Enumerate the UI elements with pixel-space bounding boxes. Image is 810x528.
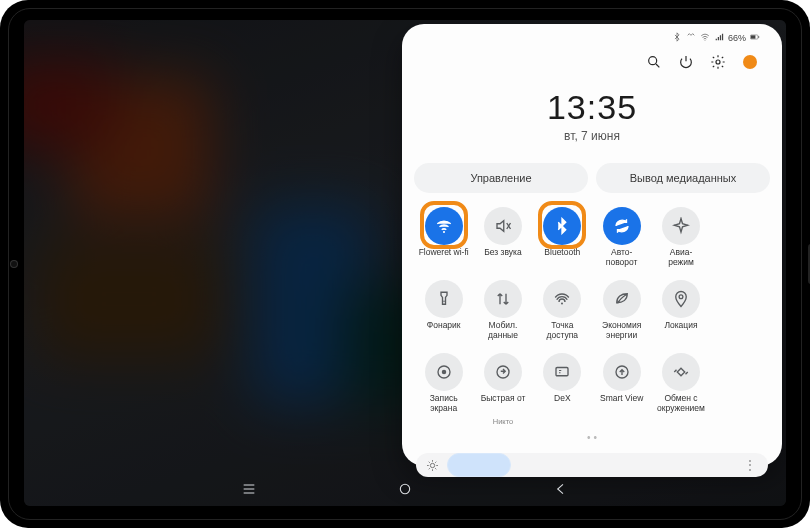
quickshare-icon[interactable] (484, 353, 522, 391)
qs-tile-label: Smart View (600, 394, 643, 414)
clock-time: 13:35 (414, 88, 770, 127)
nearby-icon[interactable] (662, 353, 700, 391)
status-bar: 66% (414, 30, 770, 44)
powersave-icon[interactable] (603, 280, 641, 318)
brightness-icon (426, 459, 439, 472)
qs-tile-screenrec[interactable]: Запись экрана (416, 353, 471, 426)
svg-point-6 (443, 231, 445, 233)
qs-tile-wifi[interactable]: Floweret wi-fi (416, 207, 471, 268)
svg-point-12 (497, 366, 509, 378)
back-button[interactable] (553, 481, 569, 501)
qs-tile-sublabel: Никто (493, 417, 514, 426)
tablet-frame: 66% 13:35 (0, 0, 810, 528)
quick-toggle-grid: Floweret wi-fiБез звукаBluetoothАвто- по… (414, 207, 770, 426)
qs-tile-label: Фонарик (427, 321, 461, 341)
qs-tile-label: Обмен с окружением (657, 394, 705, 414)
airplane-icon[interactable] (662, 207, 700, 245)
svg-point-15 (430, 463, 434, 467)
vibrate-status-icon (686, 32, 696, 44)
power-icon[interactable] (678, 54, 694, 70)
svg-point-4 (649, 57, 657, 65)
mute-icon[interactable] (484, 207, 522, 245)
brightness-track[interactable] (447, 453, 736, 477)
qs-tile-location[interactable]: Локация (653, 280, 708, 341)
qs-tile-bluetooth[interactable]: Bluetooth (535, 207, 590, 268)
svg-point-11 (441, 370, 446, 375)
qs-tile-dex[interactable]: DeX (535, 353, 590, 426)
qs-tile-mobiledata[interactable]: Мобил. данные (475, 280, 530, 341)
screenrec-icon[interactable] (425, 353, 463, 391)
flashlight-icon[interactable] (425, 280, 463, 318)
svg-point-0 (705, 40, 706, 41)
home-button[interactable] (397, 481, 413, 501)
qs-tile-label: Авто- поворот (606, 248, 638, 268)
svg-point-7 (443, 301, 445, 303)
svg-point-8 (561, 303, 563, 305)
qs-tile-label: Без звука (484, 248, 522, 268)
qs-tile-label: Экономия энергии (602, 321, 641, 341)
qs-tile-label: Мобил. данные (488, 321, 518, 341)
mobiledata-icon[interactable] (484, 280, 522, 318)
front-camera (11, 261, 17, 267)
dex-icon[interactable] (543, 353, 581, 391)
screen: 66% 13:35 (24, 20, 786, 506)
clock-date: вт, 7 июня (414, 129, 770, 143)
brightness-more-icon[interactable]: ⋮ (744, 458, 758, 472)
qs-tile-quickshare[interactable]: Быстрая отНикто (475, 353, 530, 426)
qs-tile-label: Bluetooth (544, 248, 580, 268)
qs-tile-rotate[interactable]: Авто- поворот (594, 207, 649, 268)
location-icon[interactable] (662, 280, 700, 318)
qs-tile-label: Запись экрана (430, 394, 458, 414)
brightness-slider[interactable]: ⋮ (416, 453, 768, 477)
qs-tile-flashlight[interactable]: Фонарик (416, 280, 471, 341)
qs-tile-smartview[interactable]: Smart View (594, 353, 649, 426)
svg-rect-13 (556, 368, 568, 376)
qs-tile-label: Локация (664, 321, 697, 341)
qs-tile-label: Быстрая от (481, 394, 526, 414)
settings-icon[interactable] (710, 54, 726, 70)
navigation-bar (24, 476, 786, 506)
rotate-icon[interactable] (603, 207, 641, 245)
smartview-icon[interactable] (603, 353, 641, 391)
qs-tile-label: DeX (554, 394, 571, 414)
search-icon[interactable] (646, 54, 662, 70)
qs-tile-label: Floweret wi-fi (419, 248, 469, 268)
svg-rect-3 (758, 36, 759, 38)
device-control-pill[interactable]: Управление (414, 163, 588, 193)
signal-status-icon (714, 32, 724, 44)
more-menu-icon[interactable] (742, 54, 758, 70)
hotspot-icon[interactable] (543, 280, 581, 318)
bluetooth-status-icon (672, 32, 682, 44)
recents-button[interactable] (241, 481, 257, 501)
wifi-status-icon (700, 32, 710, 44)
qs-tile-label: Точка доступа (547, 321, 579, 341)
qs-tile-airplane[interactable]: Авиа- режим (653, 207, 708, 268)
bluetooth-icon[interactable] (543, 207, 581, 245)
svg-rect-2 (751, 35, 756, 38)
svg-point-16 (400, 484, 409, 493)
wifi-icon[interactable] (425, 207, 463, 245)
qs-tile-powersave[interactable]: Экономия энергии (594, 280, 649, 341)
media-output-pill[interactable]: Вывод медиаданных (596, 163, 770, 193)
svg-point-5 (716, 60, 720, 64)
battery-text: 66% (728, 33, 746, 43)
svg-point-9 (679, 295, 683, 299)
page-indicator: • • (414, 432, 770, 443)
qs-tile-mute[interactable]: Без звука (475, 207, 530, 268)
qs-tile-label: Авиа- режим (668, 248, 694, 268)
battery-icon (750, 32, 760, 44)
qs-tile-hotspot[interactable]: Точка доступа (535, 280, 590, 341)
qs-tile-nearby[interactable]: Обмен с окружением (653, 353, 708, 426)
quick-settings-panel: 66% 13:35 (402, 24, 782, 466)
